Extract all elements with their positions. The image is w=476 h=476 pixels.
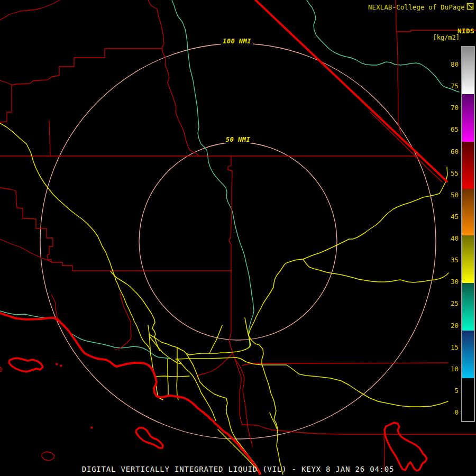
- colorbar: [461, 46, 475, 422]
- colorbar-segment-19-30: [462, 283, 474, 331]
- colorbar-tick-label: 25: [443, 299, 459, 308]
- colorbar-tick-label: 0: [443, 408, 459, 417]
- colorbar-segment-30-41: [462, 235, 474, 283]
- external-link-icon: [466, 3, 474, 11]
- colorbar-segment-73+: [462, 47, 474, 94]
- colorbar-tick-label: 50: [443, 191, 459, 199]
- colorbar-tick-label: 40: [443, 234, 459, 243]
- product-title: DIGITAL VERTICALLY INTEGRATED LIQUID (VI…: [0, 465, 476, 473]
- units-label: [kg/m2]: [433, 34, 460, 41]
- colorbar-tick-label: 80: [443, 60, 459, 69]
- colorbar-tick-label: 70: [443, 104, 459, 112]
- colorbar-tick-label: 35: [443, 256, 459, 264]
- colorbar-tick-label: 20: [443, 322, 459, 330]
- layer-highways: [0, 123, 448, 474]
- colorbar-tick-label: 75: [443, 82, 459, 90]
- radar-map: [0, 0, 476, 476]
- layer-state-line-and-coast: [0, 0, 447, 474]
- colorbar-segments: [462, 47, 474, 421]
- colorbar-segment-62-73: [462, 94, 474, 142]
- layer-island-dots: [56, 363, 93, 428]
- radar-viewer: NEXLAB-College of DuPage NIDS [kg/m2] DI…: [0, 0, 476, 476]
- range-ring-label: 50 NMI: [224, 136, 252, 143]
- colorbar-segment-51-62: [462, 142, 474, 189]
- colorbar-segment-41-51: [462, 189, 474, 235]
- 100-nmi-ring: [40, 43, 436, 439]
- nids-label: NIDS: [457, 27, 474, 35]
- range-ring-label: 100 NMI: [221, 38, 253, 45]
- colorbar-segment-0-8: [462, 378, 474, 421]
- colorbar-tick-label: 5: [443, 387, 459, 395]
- colorbar-tick-label: 10: [443, 365, 459, 373]
- layer-islands-thin: [0, 367, 54, 461]
- colorbar-tick-label: 45: [443, 213, 459, 221]
- layer-islands-thick: [9, 358, 427, 471]
- 50-nmi-ring: [139, 142, 337, 340]
- colorbar-tick-label: 30: [443, 278, 459, 286]
- colorbar-tick-label: 60: [443, 148, 459, 156]
- colorbar-tick-label: 15: [443, 343, 459, 352]
- colorbar-tick-label: 65: [443, 125, 459, 134]
- colorbar-segment-8-19: [462, 331, 474, 378]
- layer-rivers: [0, 0, 459, 359]
- colorbar-tick-label: 55: [443, 169, 459, 178]
- brand-text: NEXLAB-College of DuPage: [368, 4, 465, 11]
